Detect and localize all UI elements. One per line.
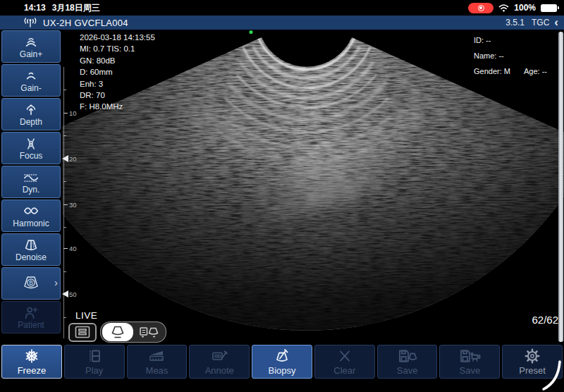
battery-icon [541, 4, 557, 12]
save-video-icon [458, 348, 481, 365]
svg-text:B: B [29, 279, 33, 286]
dynamic-range-icon [21, 170, 41, 185]
app-version: 3.5.1 [505, 18, 525, 27]
cine-play-icon [85, 348, 104, 365]
biopsy-button[interactable]: Biopsy [252, 345, 312, 379]
patient-id: ID: -- [474, 33, 564, 49]
harmonic-button[interactable]: Harmonic [1, 200, 61, 232]
annote-button[interactable]: Annote [189, 345, 250, 379]
sidebar-item-label: Focus [20, 151, 43, 161]
enhance-value: Enh: 3 [80, 78, 155, 90]
ruler-label: 50 [69, 290, 77, 298]
toolbar-item-label: Annote [205, 365, 234, 376]
toolbar-item-label: Clear [333, 365, 355, 376]
toolbar-item-label: Biopsy [269, 365, 296, 376]
depth-value: D: 60mm [80, 66, 155, 78]
patient-info: ID: -- Name: -- Gender: M Age: -- [474, 33, 564, 79]
depth-button[interactable]: Depth [1, 98, 61, 130]
ultrasound-canvas: 2026-03-18 14:13:55 MI: 0.7 TIS: 0.1 GN:… [62, 30, 564, 343]
denoise-icon [21, 238, 41, 253]
b-mode-expand-chevron-icon[interactable]: › [54, 276, 58, 288]
patient-age: Age: -- [524, 64, 547, 80]
snowflake-icon [23, 348, 41, 365]
gain-value: GN: 80dB [80, 55, 155, 66]
image-view-icon [109, 325, 127, 339]
toolbar-item-label: Save [397, 365, 418, 376]
dynamic-range-value: DR: 70 [80, 90, 155, 101]
gain-minus-button[interactable]: Gain- [1, 64, 61, 97]
clock-time: 14:13 [24, 3, 46, 13]
preset-gear-icon [522, 348, 542, 365]
live-status-badge: LIVE [75, 310, 97, 321]
focus-marker-icon [62, 155, 68, 162]
ultrasound-app: 14:13 3月18日周三 100% UX-2H GVCFLA004 3.5.1… [0, 0, 564, 392]
patient-gender: Gender: M [474, 67, 510, 75]
title-bar: UX-2H GVCFLA004 3.5.1 TGC ‹ [0, 16, 564, 30]
battery-percent: 100% [514, 3, 536, 13]
preset-button[interactable]: Preset [502, 345, 563, 379]
b-mode-button[interactable]: B › [1, 267, 61, 300]
focus-icon [21, 136, 41, 152]
ruler-label: 10 [69, 109, 77, 117]
gain-plus-icon [21, 35, 41, 50]
status-bar: 14:13 3月18日周三 100% [0, 0, 564, 16]
toolbar-item-label: Meas [146, 365, 168, 376]
sidebar-item-label: Harmonic [13, 219, 49, 228]
meas-button[interactable]: Meas [127, 345, 188, 379]
view-mode-switcher [68, 321, 166, 343]
save-image-button[interactable]: Save [377, 345, 438, 379]
split-view-icon [139, 326, 160, 338]
report-view-icon [74, 326, 91, 338]
tgc-panel-button[interactable]: TGC [532, 18, 549, 27]
clear-icon [335, 348, 355, 365]
orientation-marker-icon [249, 30, 252, 34]
gain-plus-button[interactable]: Gain+ [1, 30, 61, 63]
split-view-button[interactable] [135, 324, 164, 341]
sidebar-item-label: Gain- [20, 83, 41, 93]
b-mode-probe-icon: B [20, 274, 42, 293]
clear-button[interactable]: Clear [314, 345, 375, 379]
depth-icon [21, 102, 41, 118]
mi-tis-values: MI: 0.7 TIS: 0.1 [80, 43, 155, 54]
sidebar-item-label: Patient [18, 320, 44, 330]
freeze-button[interactable]: Freeze [1, 345, 62, 379]
dynamic-range-button[interactable]: Dyn. [1, 166, 61, 198]
patient-button[interactable]: Patient [1, 301, 61, 333]
gain-minus-icon [21, 68, 41, 84]
ruler-label: 30 [69, 201, 77, 209]
clock-date: 3月18日周三 [52, 2, 100, 14]
sidebar-item-label: Depth [20, 117, 42, 127]
save-image-icon [396, 348, 419, 365]
measure-icon [147, 348, 166, 365]
denoise-button[interactable]: Denoise [1, 233, 61, 266]
device-title: UX-2H GVCFLA004 [43, 18, 128, 28]
tgc-collapse-chevron-icon[interactable]: ‹ [554, 18, 558, 27]
wifi-icon [498, 4, 509, 12]
sidebar-item-label: Denoise [16, 252, 47, 262]
save-video-button[interactable]: Save [439, 345, 500, 379]
screen-recording-indicator-icon[interactable] [468, 3, 494, 13]
bottom-toolbar: Freeze Play Meas Annote [0, 343, 564, 392]
focus-button[interactable]: Focus [1, 132, 61, 164]
toolbar-item-label: Preset [519, 365, 546, 376]
patient-icon [21, 305, 41, 321]
annotate-icon [209, 348, 229, 365]
frequency-value: F: H8.0MHz [80, 101, 155, 112]
tgc-slider-track[interactable] [558, 32, 563, 342]
scan-datetime: 2026-03-18 14:13:55 [80, 32, 155, 43]
ruler-label: 20 [69, 155, 77, 163]
focus-marker-icon [62, 290, 68, 298]
toolbar-item-label: Play [85, 365, 103, 376]
toolbar-item-label: Freeze [18, 365, 46, 376]
frame-counter: 62/62 [532, 314, 558, 326]
toolbar-item-label: Save [460, 365, 481, 376]
harmonic-icon [21, 204, 41, 219]
biopsy-icon [272, 348, 292, 365]
image-view-button[interactable] [102, 323, 133, 341]
left-control-sidebar: Gain+ Gain- Depth Focu [0, 30, 62, 343]
sidebar-item-label: Dyn. [23, 185, 40, 195]
report-view-button[interactable] [68, 323, 97, 342]
acquisition-parameters: 2026-03-18 14:13:55 MI: 0.7 TIS: 0.1 GN:… [80, 32, 155, 113]
play-button[interactable]: Play [64, 345, 125, 379]
wireless-probe-icon [23, 18, 37, 27]
